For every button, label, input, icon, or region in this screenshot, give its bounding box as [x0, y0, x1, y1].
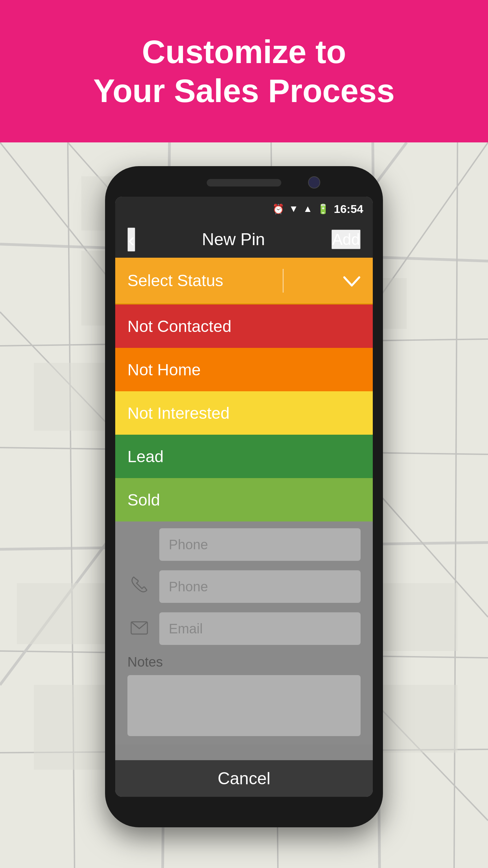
select-status-dropdown[interactable]: Select Status [115, 258, 373, 304]
status-icons: ⏰ ▼ ▲ 🔋 16:54 [272, 202, 363, 216]
signal-icon: ▲ [303, 203, 312, 214]
name-field-row [127, 528, 361, 561]
cancel-button[interactable]: Cancel [115, 760, 373, 797]
phone-speaker [207, 179, 281, 186]
add-button[interactable]: Add [331, 230, 361, 249]
option-sold[interactable]: Sold [115, 478, 373, 521]
wifi-icon: ▼ [289, 203, 299, 214]
option-not-home[interactable]: Not Home [115, 348, 373, 391]
battery-icon: 🔋 [317, 203, 329, 215]
phone-device: ⏰ ▼ ▲ 🔋 16:54 ‹ New Pin Add Select Statu… [105, 166, 383, 827]
option-not-interested-label: Not Interested [127, 404, 230, 422]
status-bar: ⏰ ▼ ▲ 🔋 16:54 [115, 197, 373, 221]
banner-title: Customize to Your Sales Process [93, 32, 394, 110]
top-banner: Customize to Your Sales Process [0, 0, 488, 142]
option-not-interested[interactable]: Not Interested [115, 391, 373, 435]
phone-camera [308, 176, 320, 189]
notes-textarea[interactable] [127, 675, 361, 736]
form-section: Notes [115, 521, 373, 744]
phone-field-row [127, 570, 361, 603]
status-time: 16:54 [334, 202, 363, 216]
svg-rect-25 [373, 685, 458, 753]
notes-label: Notes [127, 654, 361, 670]
select-status-label: Select Status [127, 271, 223, 290]
option-not-contacted-label: Not Contacted [127, 317, 231, 336]
phone-icon [127, 576, 151, 597]
chevron-down-icon [343, 271, 361, 291]
name-input[interactable] [159, 528, 361, 561]
dropdown-divider [283, 269, 284, 293]
back-button[interactable]: ‹ [127, 228, 135, 252]
option-not-contacted[interactable]: Not Contacted [115, 304, 373, 348]
option-sold-label: Sold [127, 491, 160, 509]
phone-screen: ⏰ ▼ ▲ 🔋 16:54 ‹ New Pin Add Select Statu… [115, 197, 373, 797]
cancel-label: Cancel [218, 769, 270, 788]
notes-section: Notes [127, 654, 361, 737]
app-bar-title: New Pin [202, 230, 265, 249]
alarm-icon: ⏰ [272, 203, 284, 215]
svg-line-10 [454, 142, 458, 868]
phone-input[interactable] [159, 570, 361, 603]
dropdown-options-list: Not Contacted Not Home Not Interested Le… [115, 304, 373, 521]
email-icon [127, 618, 151, 639]
email-input[interactable] [159, 612, 361, 645]
email-field-row [127, 612, 361, 645]
option-lead-label: Lead [127, 447, 164, 466]
app-bar: ‹ New Pin Add [115, 221, 373, 258]
option-lead[interactable]: Lead [115, 435, 373, 478]
option-not-home-label: Not Home [127, 360, 201, 379]
